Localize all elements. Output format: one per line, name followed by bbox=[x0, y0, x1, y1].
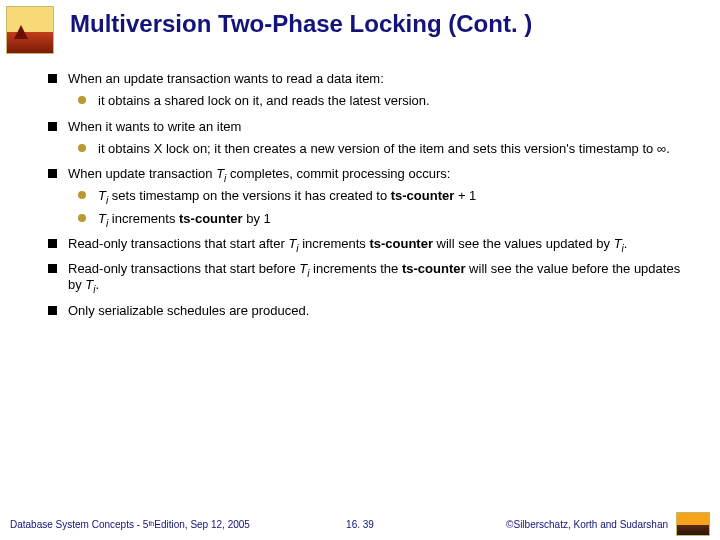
text: increments bbox=[299, 236, 370, 251]
bullet-3a: Ti sets timestamp on the versions it has… bbox=[78, 188, 694, 204]
infinity-symbol: ∞ bbox=[657, 141, 666, 156]
text: will see the values updated by bbox=[433, 236, 614, 251]
var-t: T bbox=[98, 188, 106, 203]
footer-right: ©Silberschatz, Korth and Sudarshan bbox=[506, 512, 710, 536]
slide-title: Multiversion Two-Phase Locking (Cont. ) bbox=[70, 10, 708, 38]
ts-counter: ts-counter bbox=[179, 211, 243, 226]
var-t: T bbox=[614, 236, 622, 251]
sailboat-logo bbox=[6, 6, 54, 54]
bullet-1: When an update transaction wants to read… bbox=[48, 71, 694, 87]
bullet-2: When it wants to write an item bbox=[48, 119, 694, 135]
text: . bbox=[624, 236, 628, 251]
text: Read-only transactions that start before bbox=[68, 261, 299, 276]
var-t: T bbox=[299, 261, 307, 276]
text: sets timestamp on the versions it has cr… bbox=[108, 188, 391, 203]
text: it obtains X lock on; it then creates a … bbox=[98, 141, 657, 156]
ts-counter: ts-counter bbox=[369, 236, 433, 251]
ts-counter: ts-counter bbox=[402, 261, 466, 276]
bullet-3: When update transaction Ti completes, co… bbox=[48, 166, 694, 182]
text: . bbox=[96, 277, 100, 292]
bullet-6: Only serializable schedules are produced… bbox=[48, 303, 694, 319]
text: Edition, Sep 12, 2005 bbox=[154, 519, 250, 530]
text: by 1 bbox=[243, 211, 271, 226]
bullet-4: Read-only transactions that start after … bbox=[48, 236, 694, 252]
copyright: ©Silberschatz, Korth and Sudarshan bbox=[506, 519, 668, 530]
text: . bbox=[666, 141, 670, 156]
slide-body: When an update transaction wants to read… bbox=[48, 62, 694, 500]
footer-left: Database System Concepts - 5th Edition, … bbox=[10, 519, 250, 530]
ts-counter: ts-counter bbox=[391, 188, 455, 203]
text: Read-only transactions that start after bbox=[68, 236, 288, 251]
text: completes, commit processing occurs: bbox=[226, 166, 450, 181]
text: increments the bbox=[309, 261, 402, 276]
text: When update transaction bbox=[68, 166, 216, 181]
bullet-2a: it obtains X lock on; it then creates a … bbox=[78, 141, 694, 157]
text: + 1 bbox=[454, 188, 476, 203]
bullet-5: Read-only transactions that start before… bbox=[48, 261, 694, 294]
var-t: T bbox=[98, 211, 106, 226]
sunset-thumbnail bbox=[676, 512, 710, 536]
var-t: T bbox=[216, 166, 224, 181]
text: increments bbox=[108, 211, 179, 226]
text: Database System Concepts - 5 bbox=[10, 519, 148, 530]
slide-footer: Database System Concepts - 5th Edition, … bbox=[10, 514, 710, 534]
bullet-3b: Ti increments ts-counter by 1 bbox=[78, 211, 694, 227]
bullet-1a: it obtains a shared lock on it, and read… bbox=[78, 93, 694, 109]
